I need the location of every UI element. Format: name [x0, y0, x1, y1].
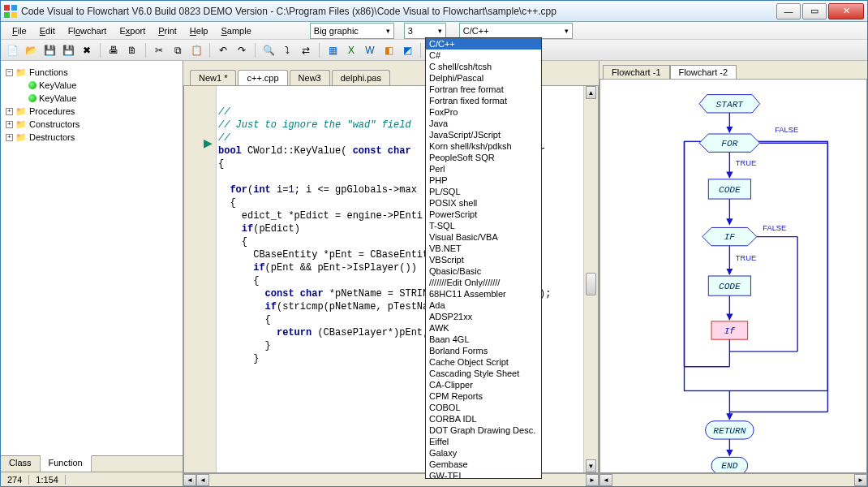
language-option[interactable]: Cache Object Script — [426, 356, 541, 368]
menu-print[interactable]: Print — [153, 24, 182, 37]
replace-icon[interactable]: ⇄ — [298, 42, 314, 58]
language-option[interactable]: Fortran fixed format — [426, 95, 541, 106]
menu-flowchart[interactable]: Flowchart — [63, 24, 112, 37]
paste-icon[interactable]: 📋 — [188, 42, 204, 58]
language-option[interactable]: Fortran free format — [426, 84, 541, 95]
language-option[interactable]: PeopleSoft SQR — [426, 152, 541, 163]
language-option[interactable]: C shell/csh/tcsh — [426, 61, 541, 72]
expand-icon[interactable]: + — [6, 121, 13, 128]
scroll-left-icon[interactable]: ◄ — [183, 474, 196, 486]
minimize-button[interactable]: — — [776, 3, 801, 19]
language-option[interactable]: POSIX shell — [426, 197, 541, 209]
scroll-left-icon[interactable]: ◄ — [599, 474, 612, 486]
close-button[interactable]: ✕ — [828, 3, 864, 19]
language-option[interactable]: Visual Basic/VBA — [426, 231, 541, 243]
tree-leaf[interactable]: KeyValue — [6, 92, 178, 105]
export-bmp-icon[interactable]: ▦ — [324, 42, 341, 58]
language-option[interactable]: GW-TEL — [426, 470, 541, 479]
tree-leaf[interactable]: KeyValue — [6, 79, 178, 92]
language-option[interactable]: Gembase — [426, 459, 541, 470]
print-icon[interactable]: 🖶 — [105, 42, 122, 58]
scroll-track[interactable] — [612, 474, 854, 486]
new-file-icon[interactable]: 📄 — [4, 42, 20, 58]
language-option[interactable]: Borland Forms — [426, 345, 541, 356]
language-option[interactable]: COBOL — [426, 402, 541, 413]
print-preview-icon[interactable]: 🗎 — [124, 42, 140, 58]
save-all-icon[interactable]: 💾 — [60, 42, 76, 58]
depth-level-select[interactable]: 3▾ — [404, 23, 446, 39]
vertical-scrollbar[interactable]: ▲ ▼ — [583, 86, 598, 472]
language-option[interactable]: Ada — [426, 300, 541, 311]
flowchart-tab[interactable]: Flowchart -1 — [603, 65, 670, 79]
menu-edit[interactable]: Edit — [35, 24, 60, 37]
flowchart-hscroll[interactable]: ◄ ► — [599, 473, 867, 486]
editor-tab[interactable]: New1 * — [190, 70, 236, 85]
collapse-icon[interactable]: − — [6, 69, 13, 76]
language-option[interactable]: C# — [426, 50, 541, 61]
scroll-down-icon[interactable]: ▼ — [586, 459, 596, 472]
undo-icon[interactable]: ↶ — [215, 42, 231, 58]
tab-class[interactable]: Class — [1, 456, 41, 472]
language-option[interactable]: Korn shell/ksh/pdksh — [426, 140, 541, 152]
editor-tab[interactable]: New3 — [290, 70, 330, 85]
menu-file[interactable]: File — [7, 24, 32, 37]
language-option[interactable]: Galaxy — [426, 447, 541, 459]
language-option[interactable]: ///////Edit Only/////// — [426, 277, 541, 288]
language-option[interactable]: Java — [426, 118, 541, 129]
flowchart-tab[interactable]: Flowchart -2 — [670, 65, 737, 79]
language-option[interactable]: T-SQL — [426, 220, 541, 231]
editor-tab[interactable]: delphi.pas — [332, 70, 390, 85]
scroll-thumb[interactable] — [586, 273, 596, 295]
scroll-up-icon[interactable]: ▲ — [586, 86, 596, 99]
tree-node-procedures[interactable]: + 📁 Procedures — [6, 105, 178, 118]
tab-function[interactable]: Function — [41, 455, 92, 472]
cut-icon[interactable]: ✂ — [151, 42, 167, 58]
menu-help[interactable]: Help — [185, 24, 213, 37]
language-option[interactable]: VB.NET — [426, 243, 541, 254]
find-next-icon[interactable]: ⤵ — [279, 42, 295, 58]
menu-sample[interactable]: Sample — [217, 24, 256, 37]
language-option[interactable]: VBScript — [426, 254, 541, 265]
language-option[interactable]: CPM Reports — [426, 390, 541, 402]
language-option[interactable]: Baan 4GL — [426, 334, 541, 345]
language-option[interactable]: DOT Graph Drawing Desc. — [426, 425, 541, 436]
export-svg-icon[interactable]: ◧ — [380, 42, 397, 58]
language-option[interactable]: 68HC11 Assembler — [426, 288, 541, 300]
language-option[interactable]: PowerScript — [426, 209, 541, 220]
language-option[interactable]: CA-Clipper — [426, 379, 541, 390]
tree-node-functions[interactable]: − 📁 Functions — [6, 66, 178, 79]
export-visio-icon[interactable]: ◩ — [399, 42, 415, 58]
scroll-right-icon[interactable]: ► — [586, 474, 599, 486]
copy-icon[interactable]: ⧉ — [170, 42, 186, 58]
scroll-left2-icon[interactable]: ◄ — [196, 474, 209, 486]
menu-export[interactable]: Export — [114, 24, 150, 37]
save-icon[interactable]: 💾 — [41, 42, 58, 58]
language-option[interactable]: ADSP21xx — [426, 311, 541, 322]
tree-node-constructors[interactable]: + 📁 Constructors — [6, 118, 178, 131]
language-option[interactable]: Delphi/Pascal — [426, 72, 541, 84]
language-dropdown[interactable]: C/C++C#C shell/csh/tcshDelphi/PascalFort… — [425, 37, 542, 479]
editor-tab[interactable]: c++.cpp — [238, 70, 287, 85]
export-word-icon[interactable]: W — [362, 42, 378, 58]
language-option[interactable]: FoxPro — [426, 106, 541, 118]
code-tree[interactable]: − 📁 Functions KeyValue KeyValue + 📁 Proc… — [1, 61, 183, 455]
language-option[interactable]: Cascading Style Sheet — [426, 368, 541, 379]
language-select[interactable]: C/C++▾ — [459, 23, 573, 39]
graphic-size-select[interactable]: Big graphic▾ — [310, 23, 394, 39]
export-excel-icon[interactable]: X — [343, 42, 359, 58]
tree-node-destructors[interactable]: + 📁 Destructors — [6, 131, 178, 144]
expand-icon[interactable]: + — [6, 108, 13, 115]
find-icon[interactable]: 🔍 — [260, 42, 277, 58]
delete-icon[interactable]: ✖ — [79, 42, 95, 58]
language-option[interactable]: Qbasic/Basic — [426, 265, 541, 277]
maximize-button[interactable]: ▭ — [802, 3, 827, 19]
expand-icon[interactable]: + — [6, 134, 13, 141]
redo-icon[interactable]: ↷ — [234, 42, 250, 58]
language-option[interactable]: JavaScript/JScript — [426, 129, 541, 140]
open-file-icon[interactable]: 📂 — [23, 42, 39, 58]
language-option[interactable]: CORBA IDL — [426, 413, 541, 425]
language-option[interactable]: PHP — [426, 175, 541, 186]
language-option[interactable]: C/C++ — [426, 38, 541, 50]
language-option[interactable]: AWK — [426, 322, 541, 334]
flowchart-canvas[interactable]: START FOR FALSE TRUE CODE — [599, 79, 867, 473]
